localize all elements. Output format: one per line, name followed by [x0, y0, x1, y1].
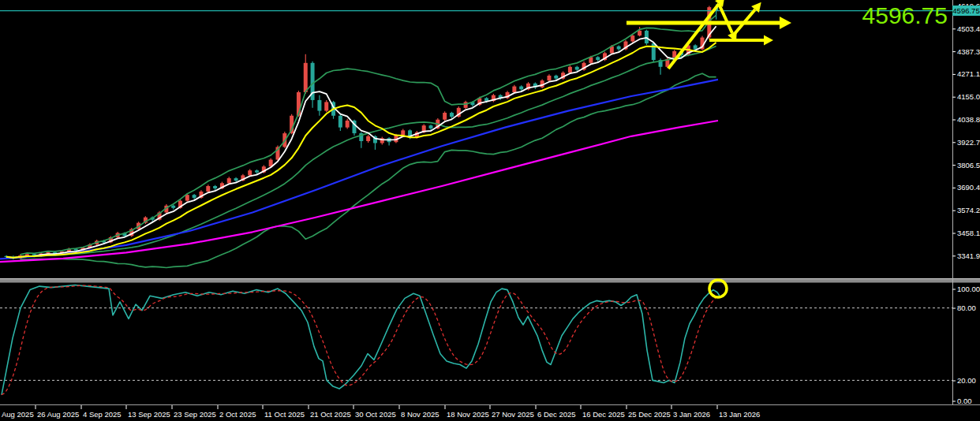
oscillator-pane — [0, 285, 952, 395]
svg-text:13 Jan 2026: 13 Jan 2026 — [719, 410, 760, 419]
svg-text:16 Dec 2025: 16 Dec 2025 — [582, 410, 625, 419]
svg-text:11 Oct 2025: 11 Oct 2025 — [264, 410, 305, 419]
svg-text:3458.10: 3458.10 — [957, 229, 980, 237]
current-price-label: 4596.75 — [862, 2, 948, 29]
pane-separator — [0, 278, 980, 283]
svg-text:13 Sep 2025: 13 Sep 2025 — [128, 410, 170, 419]
svg-text:3341.95: 3341.95 — [957, 251, 980, 260]
svg-text:4155.00: 4155.00 — [957, 92, 980, 101]
oscillator-axis[interactable]: 100.0080.0020.000.00 — [952, 285, 980, 405]
candles-layer — [5, 4, 719, 259]
svg-text:25 Dec 2025: 25 Dec 2025 — [628, 410, 671, 419]
svg-text:20.00: 20.00 — [957, 376, 976, 385]
time-axis[interactable]: Aug 202526 Aug 20254 Sep 202513 Sep 2025… — [0, 405, 980, 419]
svg-text:3574.25: 3574.25 — [957, 206, 980, 214]
oscillator-d-line — [2, 285, 719, 395]
svg-text:27 Nov 2025: 27 Nov 2025 — [492, 410, 534, 419]
svg-text:26 Aug 2025: 26 Aug 2025 — [37, 410, 79, 419]
svg-text:Aug 2025: Aug 2025 — [2, 410, 34, 419]
svg-text:18 Nov 2025: 18 Nov 2025 — [447, 410, 489, 419]
svg-text:3922.70: 3922.70 — [957, 138, 980, 147]
svg-text:8 Nov 2025: 8 Nov 2025 — [401, 410, 440, 419]
svg-text:4387.30: 4387.30 — [957, 47, 980, 56]
oscillator-level-lines — [0, 308, 952, 381]
svg-text:3 Jan 2026: 3 Jan 2026 — [673, 410, 710, 419]
ma-yellow — [6, 43, 716, 258]
svg-text:100.00: 100.00 — [957, 285, 980, 293]
svg-text:6 Dec 2025: 6 Dec 2025 — [537, 410, 576, 419]
trading-chart-window: 4619.604503.454387.304271.154155.004038.… — [0, 0, 980, 421]
ma-magenta — [0, 121, 718, 262]
chart-canvas[interactable]: 4619.604503.454387.304271.154155.004038.… — [0, 0, 980, 421]
svg-text:4 Sep 2025: 4 Sep 2025 — [83, 410, 122, 419]
svg-text:3690.40: 3690.40 — [957, 183, 980, 192]
ma-blue — [0, 80, 718, 259]
svg-text:30 Oct 2025: 30 Oct 2025 — [355, 410, 396, 419]
svg-text:3806.55: 3806.55 — [957, 161, 980, 170]
svg-text:4271.15: 4271.15 — [957, 69, 980, 78]
svg-text:21 Oct 2025: 21 Oct 2025 — [310, 410, 351, 419]
svg-text:4503.45: 4503.45 — [957, 24, 980, 33]
svg-text:23 Sep 2025: 23 Sep 2025 — [174, 410, 216, 419]
svg-text:4038.85: 4038.85 — [957, 115, 980, 124]
svg-text:2 Oct 2025: 2 Oct 2025 — [219, 410, 256, 419]
price-axis[interactable]: 4619.604503.454387.304271.154155.004038.… — [952, 0, 980, 404]
svg-text:80.00: 80.00 — [957, 304, 976, 312]
svg-text:0.00: 0.00 — [957, 397, 972, 405]
current-price-badge: 4596.75 — [952, 6, 980, 16]
main-price-pane — [0, 0, 952, 268]
